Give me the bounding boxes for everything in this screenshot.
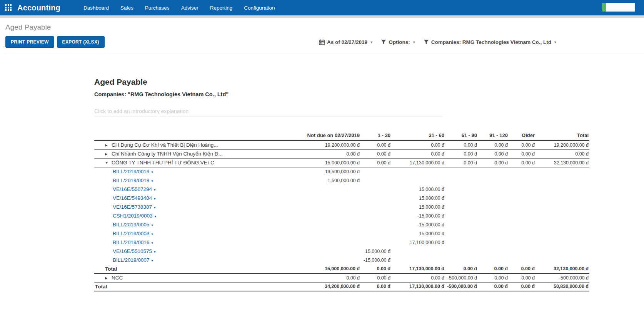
amount-cell bbox=[536, 238, 589, 247]
amount-cell bbox=[509, 238, 536, 247]
caret-down-icon[interactable]: ▾ bbox=[154, 250, 156, 254]
account-row: ▼CÔNG TY TNHH THU PHÍ TỰ ĐỘNG VETC15,000… bbox=[94, 158, 589, 167]
caret-down-icon[interactable]: ▾ bbox=[151, 170, 153, 174]
chevron-down-icon: ▾ bbox=[413, 40, 415, 44]
amount-cell: 32,130,000.00 đ bbox=[536, 158, 589, 167]
date-filter[interactable]: As of 02/27/2019 ▾ bbox=[319, 39, 372, 45]
top-menu-item-adviser[interactable]: Adviser bbox=[181, 5, 199, 11]
bill-link[interactable]: VE/16E/5507294 bbox=[113, 186, 152, 192]
export-xlsx-button[interactable]: EXPORT (XLSX) bbox=[57, 36, 105, 48]
amount-cell bbox=[478, 203, 509, 211]
bill-row: BILL/2019/0007▾-15,000.00 đ bbox=[94, 256, 589, 264]
amount-cell bbox=[509, 194, 536, 203]
amount-cell: 15,000.00 đ bbox=[360, 247, 391, 256]
row-name-cell: VE/16E/5738387▾ bbox=[94, 203, 270, 211]
apps-grid-icon[interactable] bbox=[5, 4, 12, 11]
bill-link[interactable]: BILL/2019/0016 bbox=[113, 239, 149, 245]
amount-cell: 15,000,000.00 đ bbox=[270, 264, 360, 273]
top-menu-item-configuration[interactable]: Configuration bbox=[244, 5, 275, 11]
row-label[interactable]: Chi Nhánh Công ty TNHH Vận Chuyển Kiến Đ… bbox=[112, 151, 223, 157]
caret-down-icon[interactable]: ▾ bbox=[154, 188, 156, 192]
amount-cell: 13,500,000.00 đ bbox=[270, 167, 360, 176]
top-menu-item-sales[interactable]: Sales bbox=[120, 5, 133, 11]
amount-cell bbox=[478, 167, 509, 176]
caret-down-icon[interactable]: ▾ bbox=[151, 232, 153, 236]
amount-cell: 17,130,000.00 đ bbox=[391, 158, 445, 167]
amount-cell bbox=[445, 185, 478, 194]
amount-cell bbox=[478, 211, 509, 220]
caret-down-icon[interactable]: ▾ bbox=[155, 214, 157, 218]
options-filter[interactable]: Options: ▾ bbox=[381, 39, 415, 45]
amount-cell: 17,100,000.00 đ bbox=[391, 238, 445, 247]
top-menu-item-dashboard[interactable]: Dashboard bbox=[83, 5, 109, 11]
amount-cell bbox=[270, 238, 360, 247]
amount-cell bbox=[270, 203, 360, 211]
amount-cell bbox=[478, 220, 509, 229]
row-name-cell: Total bbox=[94, 264, 270, 273]
row-label[interactable]: NCC bbox=[112, 275, 123, 281]
caret-down-icon[interactable]: ▾ bbox=[154, 206, 156, 209]
caret-down-icon[interactable]: ▾ bbox=[151, 259, 153, 263]
amount-cell bbox=[509, 229, 536, 238]
column-header: 91 - 120 bbox=[478, 131, 509, 141]
amount-cell: 0.00 đ bbox=[360, 141, 391, 149]
row-name-cell: Total bbox=[94, 282, 270, 291]
amount-cell bbox=[478, 238, 509, 247]
top-menu-item-purchases[interactable]: Purchases bbox=[145, 5, 170, 11]
amount-cell: 0.00 đ bbox=[478, 282, 509, 291]
bill-link[interactable]: VE/16E/5738387 bbox=[113, 204, 152, 210]
bill-link[interactable]: BILL/2019/0019 bbox=[113, 169, 149, 174]
app-name[interactable]: Accounting bbox=[17, 3, 60, 12]
caret-right-icon[interactable]: ▶ bbox=[105, 143, 112, 147]
caret-down-icon[interactable]: ▾ bbox=[151, 179, 153, 183]
caret-down-icon[interactable]: ▾ bbox=[154, 197, 156, 201]
aged-payable-table: Not due on 02/27/20191 - 3031 - 6061 - 9… bbox=[94, 131, 589, 291]
column-header: 31 - 60 bbox=[391, 131, 445, 141]
amount-cell bbox=[360, 220, 391, 229]
bill-link[interactable]: VE/16E/5493484 bbox=[113, 195, 152, 201]
bill-link[interactable]: BILL/2019/0007 bbox=[113, 257, 149, 263]
bill-row: BILL/2019/0016▾17,100,000.00 đ bbox=[94, 238, 589, 247]
amount-cell: 0.00 đ bbox=[478, 141, 509, 149]
amount-cell: 0.00 đ bbox=[391, 149, 445, 158]
bill-link[interactable]: BILL/2019/0003 bbox=[113, 231, 149, 236]
amount-cell bbox=[270, 229, 360, 238]
bill-link[interactable]: BILL/2019/0005 bbox=[113, 222, 149, 228]
amount-cell: 15,000,000.00 đ bbox=[270, 158, 360, 167]
amount-cell bbox=[360, 229, 391, 238]
bill-link[interactable]: BILL/2019/0019 bbox=[113, 177, 149, 183]
intro-explanation-input[interactable]: Click to add an introductory explanation bbox=[94, 108, 442, 117]
amount-cell bbox=[536, 229, 589, 238]
row-label[interactable]: CH Dụng Cụ Cơ Khí và Thiết Bị Điện Hoàng… bbox=[112, 142, 218, 148]
account-row: ▶CH Dụng Cụ Cơ Khí và Thiết Bị Điện Hoàn… bbox=[94, 141, 589, 149]
amount-cell bbox=[270, 185, 360, 194]
row-label[interactable]: CÔNG TY TNHH THU PHÍ TỰ ĐỘNG VETC bbox=[112, 160, 214, 166]
top-menu-item-reporting[interactable]: Reporting bbox=[210, 5, 233, 11]
amount-cell bbox=[270, 220, 360, 229]
column-header: 61 - 90 bbox=[445, 131, 478, 141]
amount-cell: 0.00 đ bbox=[445, 264, 478, 273]
amount-cell bbox=[478, 247, 509, 256]
row-name-cell: CSH1/2019/0003▾ bbox=[94, 211, 270, 220]
amount-cell bbox=[536, 185, 589, 194]
subtotal-row: Total15,000,000.00 đ0.00 đ17,130,000.00 … bbox=[94, 264, 589, 273]
breadcrumb[interactable]: Aged Payable bbox=[5, 23, 644, 32]
bill-link[interactable]: VE/16E/5510575 bbox=[113, 248, 152, 254]
amount-cell: -15,000.00 đ bbox=[391, 211, 445, 220]
bill-link[interactable]: CSH1/2019/0003 bbox=[113, 213, 153, 219]
amount-cell bbox=[536, 194, 589, 203]
column-header: Not due on 02/27/2019 bbox=[270, 131, 360, 141]
amount-cell: 0.00 đ bbox=[509, 264, 536, 273]
bill-row: VE/16E/5510575▾15,000.00 đ bbox=[94, 247, 589, 256]
companies-filter[interactable]: Companies: RMG Technologies Vietnam Co.,… bbox=[424, 39, 556, 45]
top-navbar: Accounting DashboardSalesPurchasesAdvise… bbox=[0, 0, 644, 15]
caret-down-icon[interactable]: ▼ bbox=[105, 161, 112, 165]
caret-down-icon[interactable]: ▾ bbox=[151, 223, 153, 227]
caret-right-icon[interactable]: ▶ bbox=[105, 152, 112, 156]
print-preview-button[interactable]: PRINT PREVIEW bbox=[5, 36, 54, 48]
column-header: Total bbox=[536, 131, 589, 141]
caret-down-icon[interactable]: ▾ bbox=[151, 241, 153, 245]
amount-cell bbox=[445, 229, 478, 238]
calendar-icon bbox=[319, 39, 325, 45]
caret-right-icon[interactable]: ▶ bbox=[105, 276, 112, 280]
